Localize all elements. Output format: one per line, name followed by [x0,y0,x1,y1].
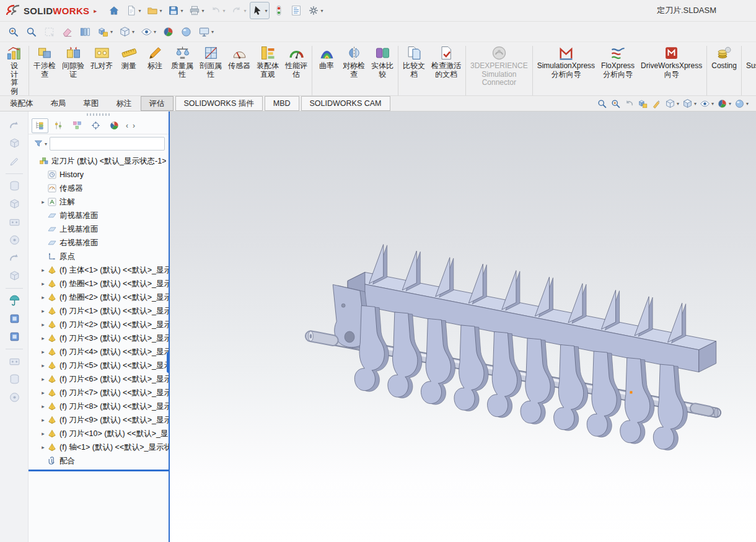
zoom-to-area-icon[interactable] [5,23,22,40]
expand-arrow-icon[interactable]: ▸ [42,349,45,355]
tree-item[interactable]: ▸注解 [29,195,169,209]
clearance-verify-button[interactable]: 间隙验 证 [59,44,87,80]
tree-item[interactable]: 右视基准面 [29,236,169,250]
3dexperience-connector-button[interactable]: 3DEXPERIENCE Simulation Connector [467,44,531,89]
check-active-document-button[interactable]: 检查激活 的文档 [428,44,464,80]
expand-arrow-icon[interactable]: ▸ [42,321,45,328]
tab-layout[interactable]: 布局 [42,96,75,111]
magnified-selection-icon[interactable] [23,23,40,40]
assembly-tool-icon-11[interactable] [4,310,24,328]
assembly-tool-icon-8[interactable] [4,249,24,267]
expand-arrow-icon[interactable]: ▸ [42,281,45,287]
assembly-tool-icon-5[interactable] [4,195,24,213]
dimxpertmanager-tab[interactable] [87,118,104,133]
edit-appearance-icon[interactable]: ▾ [716,98,732,109]
display-style-icon[interactable]: ▾ [116,23,137,40]
assembly-tool-icon-3[interactable] [4,152,24,170]
box-select-icon[interactable] [41,23,58,40]
configurationmanager-tab[interactable] [69,118,86,133]
tree-item[interactable]: History [29,168,169,181]
assembly-tool-icon-9[interactable] [4,267,24,285]
zoom-fit-icon[interactable] [596,98,609,109]
assembly-tool-icon-10[interactable] [4,292,24,310]
menu-expand-arrow-icon[interactable]: ▸ [94,7,97,14]
costing-button[interactable]: Costing [708,44,740,72]
assembly-tool-icon-4[interactable] [4,177,24,195]
expand-arrow-icon[interactable]: ▸ [42,267,45,273]
sensor-button[interactable]: 传感器 [225,44,253,72]
assembly-tool-icon-14[interactable] [4,370,24,388]
assembly-visualize-button[interactable]: 装配体 直观 [253,44,282,80]
tree-item[interactable]: 上视基准面 [29,222,169,236]
hole-align-button[interactable]: 孔对齐 [87,44,116,72]
assembly-tool-icon-13[interactable] [4,352,24,370]
dynamic-annotation-icon[interactable] [650,98,663,109]
mass-properties-button[interactable]: 质量属 性 [168,44,196,80]
tab-sketch[interactable]: 草图 [75,96,108,111]
markup-button[interactable]: 标注 [142,44,168,72]
design-study-button[interactable]: 设 计 算 例 [1,44,27,97]
compare-documents-button[interactable]: 比较文 档 [400,44,428,80]
filter-icon[interactable]: ▾ [33,139,47,149]
assembly-visualization-icon[interactable] [77,23,94,40]
previous-view-icon[interactable] [623,98,636,109]
tab-assembly[interactable]: 装配体 [1,96,42,111]
tree-item[interactable]: 定刀片 (默认) <默认_显示状态-1> [29,154,169,168]
open-icon[interactable]: ▾ [144,2,164,19]
tree-item[interactable]: ▸(f) 刀片<7> (默认) <<默认>_显示 [29,386,169,400]
tree-item[interactable]: 传感器 [29,181,169,195]
eraser-icon[interactable] [59,23,76,40]
expand-arrow-icon[interactable]: ▸ [42,308,45,314]
new-document-icon[interactable]: ▾ [123,2,143,19]
panel-grip[interactable] [29,111,169,117]
tree-item[interactable]: ▸(f) 主体<1> (默认) <<默认>_显示 [29,263,169,277]
assembly-tool-icon-12[interactable] [4,328,24,346]
assembly-tool-icon-2[interactable] [4,134,24,152]
tab-solidworks-addins[interactable]: SOLIDWORKS 插件 [175,96,263,111]
graphics-area[interactable] [170,111,756,542]
expand-arrow-icon[interactable]: ▸ [42,444,45,450]
driveworksxpress-button[interactable]: DriveWorksXpress 向导 [638,44,705,80]
apply-scene-icon[interactable] [178,23,195,40]
tree-item[interactable]: ▸(f) 刀片<2> (默认) <<默认>_显示 [29,318,169,331]
filter-input[interactable] [50,137,165,151]
expand-arrow-icon[interactable]: ▸ [42,376,45,382]
expand-arrow-icon[interactable]: ▸ [42,362,45,369]
assembly-tool-icon-15[interactable] [4,388,24,406]
tree-item[interactable]: ▸(f) 垫圈<2> (默认) <<默认>_显示 [29,291,169,304]
sustainability-button[interactable]: Sustainability [743,44,756,72]
expand-arrow-icon[interactable]: ▸ [42,431,45,437]
task-list-icon[interactable] [288,2,304,19]
select-cursor-icon[interactable]: ▾ [250,2,270,19]
tree-item[interactable]: 原点 [29,250,169,263]
floxpress-button[interactable]: FloXpress 分析向导 [598,44,638,80]
view-settings-icon[interactable]: ▾ [196,23,216,40]
assembly-tool-icon-6[interactable] [4,213,24,231]
zoom-area-icon[interactable] [609,98,622,109]
tree-item[interactable]: ▸(f) 刀片<5> (默认) <<默认>_显示 [29,359,169,372]
hide-show-icon[interactable]: ▾ [138,23,159,40]
expand-arrow-icon[interactable]: ▸ [42,417,45,423]
status-capsule-icon[interactable] [271,2,287,19]
tree-item[interactable]: 配合 [29,454,169,468]
symmetry-check-button[interactable]: 对称检 查 [340,44,368,80]
apply-scene-icon[interactable]: ▾ [733,98,750,109]
expand-arrow-icon[interactable]: ▸ [42,199,45,205]
expand-arrow-icon[interactable]: ▸ [42,390,45,396]
tree-item[interactable]: ▸(f) 刀片<1> (默认) <<默认>_显示 [29,304,169,318]
featuremanager-tab[interactable] [32,118,48,133]
model-geometry[interactable] [308,245,718,450]
assembly-tool-icon-7[interactable] [4,231,24,249]
tree-item[interactable]: 前视基准面 [29,209,169,222]
tab-annotation[interactable]: 标注 [108,96,141,111]
tree-item[interactable]: ▸(f) 刀片<8> (默认) <<默认>_显示 [29,400,169,413]
performance-evaluate-button[interactable]: 性能评 估 [282,44,310,80]
panel-tab-scroll-left[interactable]: ‹ [125,121,130,130]
view-orientation-icon[interactable]: ▾ [664,98,680,109]
section-view-icon[interactable] [636,98,649,109]
assembly-model[interactable] [170,111,756,542]
tree-item[interactable]: ▸(f) 垫圈<1> (默认) <<默认>_显示 [29,277,169,291]
section-view-icon[interactable]: ▾ [95,23,115,40]
options-gear-icon[interactable]: ▾ [305,2,325,19]
rollback-bar[interactable] [29,470,169,471]
